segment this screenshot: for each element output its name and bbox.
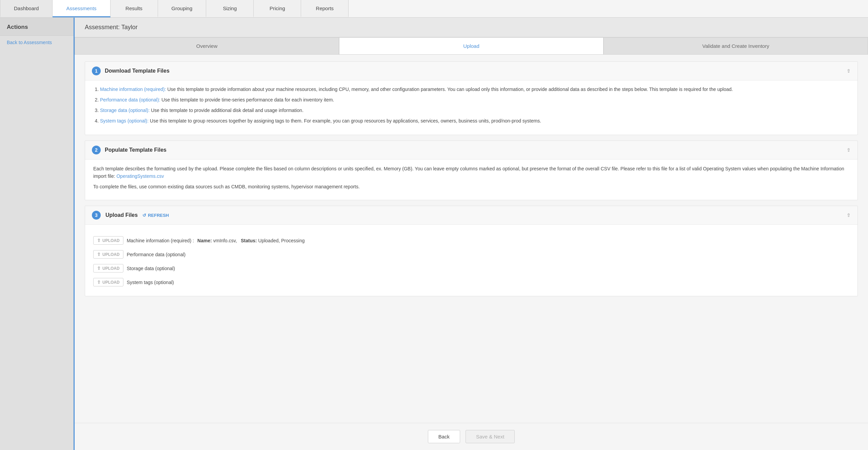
back-button[interactable]: Back — [428, 430, 460, 443]
machine-info-upload-label: Machine information (required) : — [127, 238, 194, 243]
upload-btn-label-storage: UPLOAD — [102, 266, 120, 271]
upload-section-header[interactable]: 3 Upload Files ↺ REFRESH ⇧ — [85, 206, 857, 225]
system-tags-desc: Use this template to group resources tog… — [149, 118, 541, 124]
tab-results[interactable]: Results — [111, 0, 158, 17]
tab-grouping[interactable]: Grouping — [158, 0, 206, 17]
download-section: 1 Download Template Files ⇧ Machine info… — [85, 61, 858, 135]
sidebar-item-back-to-assessments[interactable]: Back to Assessments — [0, 36, 74, 49]
top-navigation: Dashboard Assessments Results Grouping S… — [0, 0, 868, 18]
sub-tabs: Overview Upload Validate and Create Inve… — [75, 37, 868, 55]
status-value: Uploaded, Processing — [258, 238, 305, 243]
storage-upload-label: Storage data (optional) — [127, 266, 175, 271]
list-item: Storage data (optional): Use this templa… — [100, 107, 849, 114]
system-tags-upload-label: System tags (optional) — [127, 280, 174, 285]
download-template-list: Machine information (required): Use this… — [93, 86, 849, 125]
populate-section: 2 Populate Template Files ⇧ Each templat… — [85, 140, 858, 200]
refresh-label: REFRESH — [148, 213, 169, 218]
storage-data-link[interactable]: Storage data (optional): — [100, 108, 150, 113]
performance-upload-label: Performance data (optional) — [127, 252, 186, 257]
download-chevron-icon: ⇧ — [847, 68, 851, 74]
upload-icon-storage: ⇧ — [97, 266, 101, 271]
step-badge-2: 2 — [92, 146, 101, 154]
sub-tab-upload[interactable]: Upload — [339, 37, 604, 54]
upload-icon-system-tags: ⇧ — [97, 280, 101, 285]
upload-icon-machine-info: ⇧ — [97, 238, 101, 243]
populate-section-header[interactable]: 2 Populate Template Files ⇧ — [85, 141, 857, 160]
bottom-bar: Back Save & Next — [75, 423, 868, 450]
upload-btn-storage[interactable]: ⇧ UPLOAD — [93, 264, 123, 273]
download-section-title: 1 Download Template Files — [92, 67, 170, 75]
populate-title-text: Populate Template Files — [105, 147, 166, 153]
sub-tab-validate[interactable]: Validate and Create Inventory — [604, 37, 868, 54]
upload-chevron-icon: ⇧ — [847, 212, 851, 218]
refresh-button[interactable]: ↺ REFRESH — [142, 213, 169, 218]
system-tags-link[interactable]: System tags (optional): — [100, 118, 149, 124]
populate-paragraph2: To complete the files, use common existi… — [93, 183, 849, 190]
operating-systems-link[interactable]: OperatingSystems.csv — [116, 173, 164, 179]
sidebar: Actions Back to Assessments — [0, 18, 75, 450]
download-section-body: Machine information (required): Use this… — [85, 80, 857, 135]
performance-data-link[interactable]: Performance data (optional): — [100, 97, 160, 102]
refresh-icon: ↺ — [142, 213, 146, 218]
upload-icon-performance: ⇧ — [97, 252, 101, 257]
list-item: Machine information (required): Use this… — [100, 86, 849, 93]
upload-item-performance: ⇧ UPLOAD Performance data (optional) — [93, 247, 849, 261]
upload-btn-label-system-tags: UPLOAD — [102, 280, 120, 285]
sub-tab-overview[interactable]: Overview — [75, 37, 339, 54]
save-next-button: Save & Next — [466, 430, 515, 443]
upload-btn-performance[interactable]: ⇧ UPLOAD — [93, 250, 123, 259]
download-section-header[interactable]: 1 Download Template Files ⇧ — [85, 62, 857, 80]
upload-files-section: 3 Upload Files ↺ REFRESH ⇧ — [85, 206, 858, 296]
machine-info-upload-status: Name: vmInfo.csv, Status: Uploaded, Proc… — [197, 238, 304, 243]
step-badge-3: 3 — [92, 211, 101, 220]
upload-btn-system-tags[interactable]: ⇧ UPLOAD — [93, 278, 123, 286]
machine-info-link[interactable]: Machine information (required): — [100, 87, 166, 92]
upload-section-title: 3 Upload Files ↺ REFRESH — [92, 211, 169, 220]
main-layout: Actions Back to Assessments Assessment: … — [0, 18, 868, 450]
name-label: Name: — [197, 238, 212, 243]
tab-sizing[interactable]: Sizing — [206, 0, 254, 17]
machine-info-desc: Use this template to provide information… — [166, 87, 733, 92]
upload-item-storage: ⇧ UPLOAD Storage data (optional) — [93, 261, 849, 275]
upload-list: ⇧ UPLOAD Machine information (required) … — [93, 233, 849, 289]
populate-chevron-icon: ⇧ — [847, 147, 851, 153]
list-item: System tags (optional): Use this templat… — [100, 117, 849, 125]
populate-section-body: Each template describes the formatting u… — [85, 160, 857, 200]
upload-btn-machine-info[interactable]: ⇧ UPLOAD — [93, 236, 123, 245]
upload-section-body: ⇧ UPLOAD Machine information (required) … — [85, 225, 857, 296]
status-label: Status: — [241, 238, 257, 243]
upload-btn-label-machine-info: UPLOAD — [102, 238, 120, 243]
storage-data-desc: Use this template to provide additional … — [150, 108, 303, 113]
upload-item-machine-info: ⇧ UPLOAD Machine information (required) … — [93, 233, 849, 247]
populate-para1-text: Each template describes the formatting u… — [93, 166, 844, 179]
tab-pricing[interactable]: Pricing — [254, 0, 301, 17]
name-value: vmInfo.csv, — [213, 238, 237, 243]
step-badge-1: 1 — [92, 67, 101, 75]
sidebar-header: Actions — [0, 18, 74, 36]
tab-dashboard[interactable]: Dashboard — [0, 0, 53, 17]
assessment-title: Assessment: Taylor — [75, 18, 868, 37]
upload-btn-label-performance: UPLOAD — [102, 252, 120, 257]
upload-title-text: Upload Files — [105, 212, 138, 218]
download-title-text: Download Template Files — [105, 68, 170, 74]
populate-section-title: 2 Populate Template Files — [92, 146, 166, 154]
upload-item-system-tags: ⇧ UPLOAD System tags (optional) — [93, 275, 849, 289]
content-area: Assessment: Taylor Overview Upload Valid… — [75, 18, 868, 450]
performance-data-desc: Use this template to provide time-series… — [160, 97, 334, 102]
list-item: Performance data (optional): Use this te… — [100, 96, 849, 104]
tab-reports[interactable]: Reports — [301, 0, 349, 17]
content-body: 1 Download Template Files ⇧ Machine info… — [75, 55, 868, 423]
tab-assessments[interactable]: Assessments — [53, 0, 110, 17]
populate-paragraph1: Each template describes the formatting u… — [93, 165, 849, 180]
